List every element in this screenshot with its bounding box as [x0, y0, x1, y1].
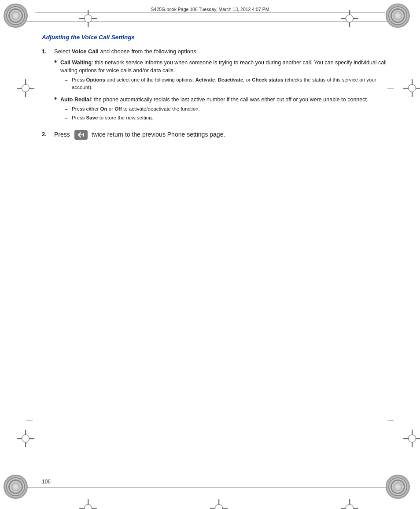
- autoredial-bold: Auto Redial: [60, 97, 91, 103]
- sub3-save: Save: [86, 115, 98, 120]
- step-1-num: 1.: [42, 47, 54, 126]
- step-2-num: 2.: [42, 130, 54, 140]
- autoredial-sub-list: – Press either On or Off to activate/dea…: [60, 105, 387, 121]
- step2-pre: Press: [54, 130, 70, 139]
- header-text: S425G.book Page 106 Tuesday, March 13, 2…: [151, 7, 269, 12]
- sub3-pre: Press: [72, 115, 86, 120]
- bullet-dot-2: •: [54, 95, 60, 103]
- corner-spiral-tr: [386, 4, 416, 34]
- section-title: Adjusting the Voice Call Settings: [42, 33, 387, 42]
- step-2-content: Press twice return to the previous Phone…: [54, 130, 387, 140]
- back-button-icon: [74, 130, 88, 140]
- right-center-mark: [387, 255, 394, 255]
- sub1-activate: Activate: [195, 77, 215, 82]
- corner-spiral-br: [386, 475, 416, 505]
- sub1-mid: and select one of the following options:: [105, 77, 195, 82]
- bullet-autoredial-text: Auto Redial: the phone automatically red…: [60, 96, 387, 123]
- sub-options-text: Press Options and select one of the foll…: [72, 76, 387, 91]
- sub1-deactivate: Deactivate: [218, 77, 243, 82]
- step-1-content: Select Voice Call and choose from the fo…: [54, 47, 387, 126]
- sub2-off: Off: [114, 106, 122, 111]
- step-1-bold: Voice Call: [72, 48, 99, 55]
- step-1-item: 1. Select Voice Call and choose from the…: [42, 47, 387, 126]
- bullet-dot-1: •: [54, 58, 60, 66]
- sub1-pre: Press: [72, 77, 86, 82]
- step-1-post: and choose from the following options:: [99, 48, 198, 55]
- sub1-options: Options: [86, 77, 105, 82]
- sub2-end: to activate/deactivate the function.: [122, 106, 200, 111]
- callwaiting-sub-list: – Press Options and select one of the fo…: [60, 76, 387, 91]
- page-number: 106: [42, 479, 51, 485]
- bullet-call-waiting: • Call Waiting: this network service inf…: [54, 59, 387, 93]
- left-mark-bottom: [26, 420, 33, 421]
- corner-spiral-bl: [4, 475, 34, 505]
- step-1-text: Select Voice Call and choose from the fo…: [54, 48, 198, 55]
- sub-onoff-item: – Press either On or Off to activate/dea…: [65, 105, 387, 113]
- bullet-callwaiting-text: Call Waiting: this network service infor…: [60, 59, 387, 93]
- main-content: Adjusting the Voice Call Settings 1. Sel…: [42, 33, 387, 143]
- sub2-on: On: [100, 106, 107, 111]
- step-2-text: Press twice return to the previous Phone…: [54, 130, 387, 140]
- sub-save-item: – Press Save to store the new setting.: [65, 114, 387, 122]
- right-mark-top: [387, 88, 394, 89]
- bottom-border: [26, 487, 394, 488]
- right-mark-bottom: [387, 420, 394, 421]
- bullet-auto-redial: • Auto Redial: the phone automatically r…: [54, 96, 387, 123]
- callwaiting-text: : this network service informs you when …: [60, 59, 387, 74]
- numbered-list: 1. Select Voice Call and choose from the…: [42, 47, 387, 140]
- sub-options-item: – Press Options and select one of the fo…: [65, 76, 387, 91]
- sub3-end: to store the new setting.: [98, 115, 153, 120]
- bullet-list: • Call Waiting: this network service inf…: [54, 59, 387, 123]
- corner-spiral-tl: [4, 4, 34, 34]
- step-1-pre: Select: [54, 48, 72, 55]
- step2-post: twice return to the previous Phone setti…: [92, 130, 225, 139]
- sub-onoff-text: Press either On or Off to activate/deact…: [72, 105, 387, 113]
- sub2-or: or: [107, 106, 115, 111]
- step-2-item: 2. Press twice return to the previous Ph…: [42, 130, 387, 140]
- left-center-mark: [26, 255, 33, 255]
- callwaiting-bold: Call Waiting: [60, 59, 92, 66]
- sub2-pre: Press either: [72, 106, 100, 111]
- sub-save-text: Press Save to store the new setting.: [72, 114, 387, 122]
- sub-dash-2: –: [65, 105, 72, 113]
- sub-dash-1: –: [65, 76, 72, 84]
- autoredial-text: : the phone automatically redials the la…: [91, 97, 368, 103]
- sub1-checkstatus: Check status: [252, 77, 284, 82]
- sub-dash-3: –: [65, 114, 72, 122]
- sub1-or: , or: [243, 77, 252, 82]
